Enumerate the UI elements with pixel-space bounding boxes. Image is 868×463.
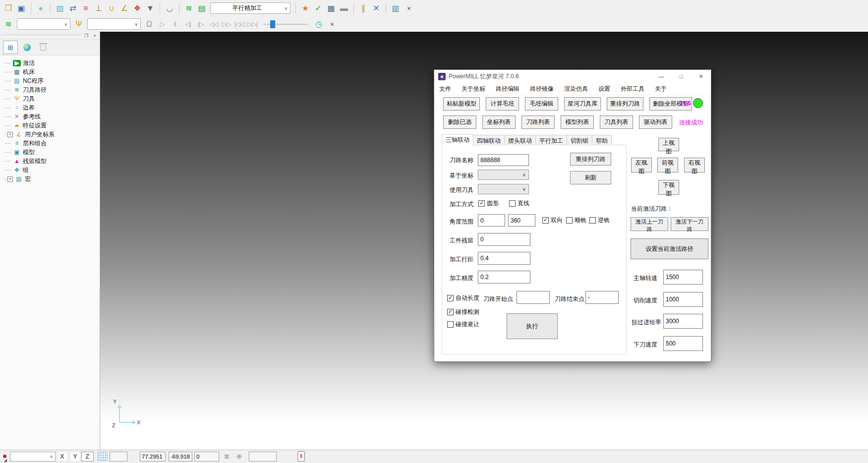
tree-item-activate[interactable]: ▶ 激活 [5,58,100,67]
collision-check-icon[interactable]: ◡ [164,2,175,14]
expand-icon[interactable]: + [7,176,13,182]
end-point-input[interactable] [585,291,619,304]
toolpath-list-icon[interactable]: ▤ [196,2,208,14]
close-button[interactable]: ✕ [691,70,711,83]
panel-restore-button[interactable]: ❐ [83,33,90,39]
measure-icon[interactable]: ▬ [338,2,350,14]
grid-snap-icon[interactable] [98,452,108,461]
toolpath-strategy-icon[interactable]: ⇄ [67,2,79,14]
conventional-mill-checkbox[interactable]: 逆铣 [589,216,610,225]
strategy-dropdown[interactable]: 平行精加工 [210,2,290,14]
bidirectional-checkbox[interactable]: 双向 [542,216,563,225]
base-coord-dropdown[interactable] [478,170,529,180]
points-icon[interactable]: ❖ [131,2,143,14]
menu-external-tools[interactable]: 外部工具 [621,85,644,93]
collision-check-checkbox[interactable]: 碰撞检测 [447,308,479,316]
view-front-button[interactable]: 前视图 [657,158,678,173]
auto-length-checkbox[interactable]: 自动长度 [447,294,479,302]
tree-item-machine[interactable]: ▦ 机床 [5,67,100,76]
collision-avoid-checkbox[interactable]: 碰撞避让 [447,320,479,329]
panel-close-button[interactable]: × [91,33,98,39]
paste-new-model-button[interactable]: 粘贴新模型 [443,97,480,111]
dialog-titlebar[interactable]: ★ PowerMILL 忆梦星河 7.0.6 — □ ✕ [434,70,711,83]
drive-list-button[interactable]: 驱动列表 [639,116,672,129]
step-forward-button[interactable]: |▷ [195,18,207,30]
view-right-button[interactable]: 右视图 [684,158,705,173]
spindle-speed-input[interactable] [663,270,703,285]
play-button[interactable]: ▷ [156,18,168,30]
explorer-trash-tab[interactable] [36,41,51,54]
move-cut-icon[interactable]: ✕ [370,2,382,14]
toolpath-name-input[interactable] [478,154,529,166]
cutting-speed-input[interactable] [663,292,703,307]
verify-toolpath-icon[interactable]: ✓ [312,2,324,14]
view-top-button[interactable]: 上视图 [658,138,679,151]
xyz-list-icon[interactable]: ≣ [224,452,230,461]
lightbulb-icon[interactable]: Ω [143,18,155,30]
coordinate-list-button[interactable]: 坐标列表 [482,116,516,129]
toolpath-select-dropdown[interactable] [17,18,70,30]
tree-item-groups[interactable]: ❖ 组 [5,166,100,174]
execute-button[interactable]: 执行 [507,313,558,339]
stock-remain-input[interactable] [478,233,530,246]
rewind-button[interactable]: ◁◁ [208,18,220,30]
edit-stock-button[interactable]: 毛坯编辑 [525,97,558,111]
menu-about[interactable]: 关于 [655,85,667,93]
explorer-tree-tab[interactable]: ⊞ [3,41,18,54]
angle-to-input[interactable] [508,214,535,227]
rearrange-toolpaths-button[interactable]: 重排列刀路 [570,153,611,166]
go-to-end-button[interactable]: ▷▷| [246,18,258,30]
menu-render-simulation[interactable]: 渲染仿真 [564,85,588,93]
tree-item-tools[interactable]: Ψ 刀具 [5,94,100,103]
view-left-button[interactable]: 左视图 [631,158,652,173]
delete-toolpath-icon[interactable]: ★ [299,2,311,14]
tools-icon[interactable]: Ψ [73,18,85,30]
activate-next-toolpath-button[interactable]: 激活下一刀路 [671,217,708,231]
tree-item-models[interactable]: ▣ 模型 [5,148,100,157]
panel-grip[interactable] [1,34,81,37]
tree-item-feature-sets[interactable]: ▰ 特征设置 [5,121,100,130]
axis-x-button[interactable]: X [57,452,68,462]
menu-coordinates[interactable]: 关于坐标 [462,85,485,93]
circle-checkbox[interactable]: 圆形 [478,199,499,208]
tree-item-nc-programs[interactable]: ▤ NC程序 [5,76,100,85]
shaded-render-icon[interactable]: ● [35,2,47,14]
tool-library-button[interactable]: 星河刀具库 [564,97,601,111]
axis-z-button[interactable]: Z [81,452,94,462]
tree-item-toolpaths[interactable]: ≋ 刀具路径 [5,85,100,94]
leads-links-icon[interactable]: ≡ [80,2,92,14]
minimize-button[interactable]: — [651,70,671,83]
cursor-z-value[interactable]: 0 [194,452,219,462]
open-project-icon[interactable]: ❐ [2,2,14,14]
stock-models-icon[interactable]: ▥ [390,2,402,14]
maximize-button[interactable]: □ [671,70,691,83]
simulation-speed-slider[interactable] [263,19,308,29]
boundary-icon[interactable]: ∪ [106,2,117,14]
use-tool-dropdown[interactable] [478,184,529,194]
hold-calculation-icon[interactable]: ‖ [297,452,305,461]
tolerance-input[interactable] [478,271,530,284]
view-bottom-button[interactable]: 下视图 [658,180,679,195]
cursor-x-value[interactable]: 77.2951 [140,452,166,462]
distance-field[interactable] [249,452,277,462]
pattern-pencil-icon[interactable]: ∠ [118,2,130,14]
menu-file[interactable]: 文件 [439,85,451,93]
line-checkbox[interactable]: 直线 [509,199,529,208]
activate-prev-toolpath-button[interactable]: 激活上一刀路 [631,217,668,231]
step-back-button[interactable]: ◁| [182,18,194,30]
grid-size-field[interactable] [110,452,127,462]
tree-item-stock-models[interactable]: ▲ 残留模型 [5,157,100,166]
delete-selected-button[interactable]: 删除已选 [443,116,476,129]
menu-path-mirror[interactable]: 路径镜像 [530,85,554,93]
tree-item-macros[interactable]: + ▤ 宏 [5,174,100,183]
rearrange-toolpaths-button[interactable]: 重排列刀路 [607,97,643,111]
tab-3axis[interactable]: 三轴联动 [442,134,473,147]
tree-item-levels-sets[interactable]: ≡ 层和组合 [5,139,100,148]
pause-button[interactable]: ‖ [169,18,181,30]
powermill-springs-icon[interactable]: ≋ [183,2,195,14]
tree-item-workplanes[interactable]: + ∠ 用户坐标系 [5,130,100,139]
tool-ball-icon[interactable]: ⊥ [93,2,105,14]
workplane-dropdown[interactable] [10,452,56,462]
menu-path-edit[interactable]: 路径编辑 [496,85,520,93]
plunge-speed-input[interactable] [663,336,703,351]
